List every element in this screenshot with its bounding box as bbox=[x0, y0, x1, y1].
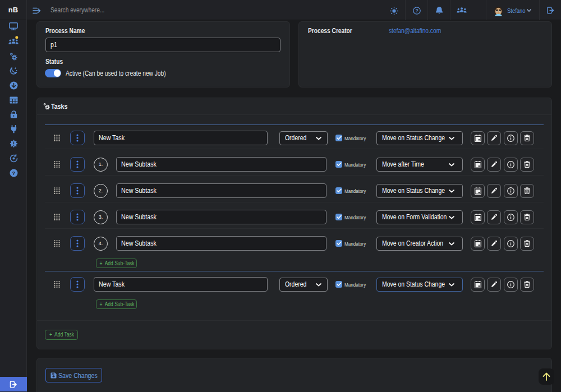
svg-text:?: ? bbox=[12, 170, 15, 176]
svg-text:?: ? bbox=[415, 8, 418, 13]
